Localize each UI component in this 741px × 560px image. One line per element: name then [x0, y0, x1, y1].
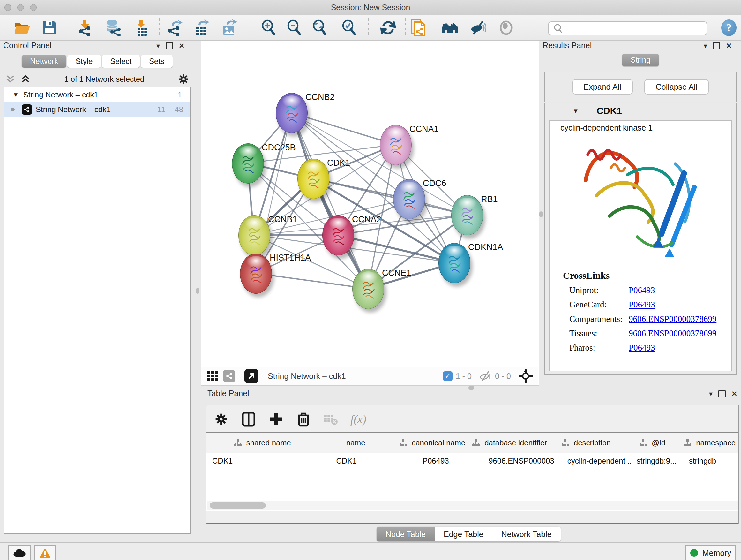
- crosslink-compartments-link[interactable]: 9606.ENSP00000378699: [629, 314, 717, 324]
- delete-table-button[interactable]: [323, 411, 339, 428]
- left-splitter-handle[interactable]: [196, 288, 199, 294]
- node-CDK1[interactable]: [297, 159, 329, 199]
- column-header-id[interactable]: @id: [624, 433, 681, 453]
- expand-all-button[interactable]: Expand All: [572, 79, 633, 95]
- scrollbar-thumb[interactable]: [210, 502, 266, 509]
- column-header-database-identifier[interactable]: database identifier: [471, 433, 548, 453]
- expand-all-icon[interactable]: [20, 74, 31, 84]
- tab-network[interactable]: Network: [22, 55, 66, 68]
- export-table-button[interactable]: [193, 19, 211, 36]
- panel-float-icon[interactable]: [165, 42, 173, 50]
- panel-menu-icon[interactable]: ▾: [709, 390, 713, 397]
- horizontal-splitter-handle[interactable]: [468, 386, 474, 389]
- tab-sets[interactable]: Sets: [141, 55, 173, 68]
- tab-node-table[interactable]: Node Table: [377, 527, 434, 542]
- column-header-namespace[interactable]: namespace: [680, 433, 738, 453]
- disclosure-triangle-icon[interactable]: ▼: [572, 107, 579, 115]
- panel-close-icon[interactable]: ✕: [726, 43, 732, 50]
- export-image-button[interactable]: [220, 19, 238, 36]
- home-networks-button[interactable]: [441, 19, 459, 36]
- grid-mode-icon[interactable]: [206, 370, 219, 382]
- protein-name: CDK1: [597, 106, 622, 116]
- hidden-eye-slash-icon[interactable]: [479, 370, 492, 382]
- node-CCNB1[interactable]: [239, 215, 270, 255]
- hide-selected-button[interactable]: [469, 19, 487, 36]
- column-header-shared-name[interactable]: shared name: [206, 433, 318, 453]
- panel-float-icon[interactable]: [713, 42, 720, 50]
- table-row[interactable]: CDK1 CDK1 P06493 9606.ENSP00000378699 cy…: [206, 453, 738, 469]
- crosslink-pharos-link[interactable]: P06493: [629, 343, 655, 353]
- show-columns-button[interactable]: [240, 411, 257, 428]
- search-field[interactable]: [548, 21, 707, 36]
- right-splitter-handle[interactable]: [539, 211, 543, 217]
- panel-menu-icon[interactable]: ▾: [156, 43, 160, 50]
- zoom-selected-button[interactable]: [340, 19, 358, 36]
- tab-network-table[interactable]: Network Table: [492, 527, 561, 542]
- export-network-button[interactable]: [166, 19, 184, 36]
- column-header-description[interactable]: description: [548, 433, 624, 453]
- protein-section-header[interactable]: ▼ CDK1: [545, 104, 736, 118]
- show-all-button[interactable]: [497, 19, 515, 36]
- search-input[interactable]: [565, 23, 706, 34]
- network-icon-badge[interactable]: [223, 370, 235, 382]
- collapse-all-button[interactable]: Collapse All: [644, 79, 709, 95]
- tab-string[interactable]: String: [622, 54, 659, 66]
- help-button[interactable]: ?: [721, 19, 737, 36]
- network-collection-row[interactable]: ▼ String Network – cdk1 1: [4, 87, 190, 102]
- network-canvas[interactable]: CCNB2CCNA1CDC25BCDK1CDC6RB1CCNB1CCNA2CDK…: [201, 41, 538, 366]
- function-builder-button[interactable]: f(x): [350, 411, 367, 428]
- table-horizontal-scrollbar[interactable]: [207, 501, 738, 510]
- column-header-canonical-name[interactable]: canonical name: [394, 433, 471, 453]
- node-CDKN1A[interactable]: [439, 243, 470, 283]
- crosslink-row: Pharos: P06493: [569, 343, 731, 353]
- disclosure-triangle-icon[interactable]: ▼: [13, 91, 19, 98]
- gear-icon[interactable]: [178, 73, 190, 85]
- delete-column-button[interactable]: [295, 411, 312, 428]
- network-row[interactable]: String Network – cdk1 11 48: [4, 102, 190, 117]
- tab-select[interactable]: Select: [102, 55, 140, 68]
- node-CCNB2[interactable]: [276, 93, 308, 133]
- panel-close-icon[interactable]: ✕: [731, 390, 737, 397]
- crosslink-genecard-link[interactable]: P06493: [629, 300, 655, 309]
- import-network-database-button[interactable]: [105, 19, 123, 36]
- column-header-name[interactable]: name: [318, 433, 394, 453]
- zoom-in-button[interactable]: [260, 19, 278, 36]
- crosshair-icon[interactable]: [519, 369, 533, 383]
- table-settings-button[interactable]: [213, 411, 229, 428]
- node-CCNA1[interactable]: [380, 125, 412, 165]
- table-toolbar: f(x): [213, 409, 367, 430]
- cloud-status-button[interactable]: [8, 545, 30, 560]
- crosslink-uniprot-link[interactable]: P06493: [629, 286, 655, 295]
- selected-checkbox[interactable]: ✓: [443, 371, 453, 381]
- memory-button[interactable]: Memory: [685, 545, 736, 560]
- zoom-fit-button[interactable]: [311, 19, 329, 36]
- add-column-button[interactable]: [268, 411, 284, 428]
- node-CCNA2[interactable]: [322, 215, 354, 255]
- import-table-button[interactable]: [132, 19, 150, 36]
- node-HIST1H1A[interactable]: [240, 253, 272, 294]
- open-session-button[interactable]: [13, 19, 31, 36]
- crosslink-tissues-link[interactable]: 9606.ENSP00000378699: [629, 328, 717, 338]
- panel-menu-icon[interactable]: ▾: [704, 43, 707, 50]
- new-network-from-selection-button[interactable]: [409, 19, 427, 36]
- network-column-icon: [561, 439, 569, 447]
- zoom-in-icon: [261, 19, 277, 36]
- save-session-button[interactable]: [41, 19, 59, 36]
- protein-thumbnail-icon: [306, 169, 321, 189]
- birdseye-view-button[interactable]: [245, 369, 259, 383]
- export-network-icon: [166, 19, 183, 37]
- node-CCNE1[interactable]: [352, 269, 384, 309]
- collapse-all-icon[interactable]: [5, 74, 16, 84]
- import-network-file-button[interactable]: [76, 19, 94, 36]
- zoom-out-button[interactable]: [285, 19, 303, 36]
- protein-thumbnail-icon: [388, 135, 403, 155]
- node-RB1[interactable]: [451, 195, 483, 235]
- warnings-button[interactable]: [35, 545, 56, 560]
- tab-edge-table[interactable]: Edge Table: [434, 527, 492, 542]
- node-CDC6[interactable]: [393, 179, 425, 219]
- tab-style[interactable]: Style: [67, 55, 101, 68]
- panel-float-icon[interactable]: [718, 390, 726, 397]
- panel-close-icon[interactable]: ✕: [179, 43, 185, 50]
- node-CDC25B[interactable]: [232, 143, 264, 184]
- refresh-button[interactable]: [379, 19, 397, 36]
